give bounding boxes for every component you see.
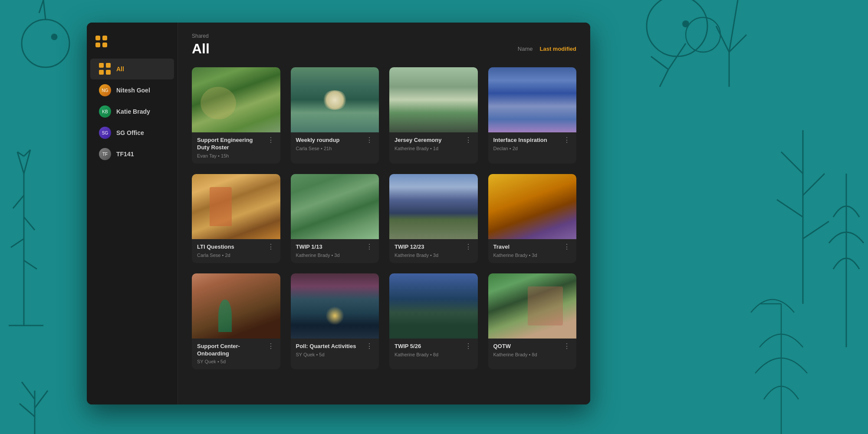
svg-point-8 (647, 0, 707, 56)
card-meta-interface: Declan • 2d (493, 146, 572, 151)
card-title-row: Support Engineering Duty Roster ⋮ (197, 137, 275, 151)
thumbnail-poll (291, 273, 379, 339)
card-travel[interactable]: Travel ⋮ Katherine Brady • 3d (488, 174, 577, 263)
card-qotw[interactable]: QOTW ⋮ Katherine Brady • 8d (488, 273, 577, 370)
app-window: All NG Nitesh Goel KB Katie Brady SG SG … (87, 23, 590, 404)
card-meta-support-center: SY Quek • 5d (197, 359, 275, 364)
card-twip526[interactable]: TWIP 5/26 ⋮ Katherine Brady • 8d (389, 273, 478, 370)
more-button-poll[interactable]: ⋮ (365, 343, 374, 350)
card-body-twip1223: TWIP 12/23 ⋮ Katherine Brady • 3d (389, 239, 478, 263)
sidebar-item-all[interactable]: All (90, 59, 174, 79)
svg-line-6 (651, 56, 668, 69)
card-body-weekly: Weekly roundup ⋮ Carla Sese • 21h (291, 132, 379, 156)
card-lti[interactable]: LTI Questions ⋮ Carla Sese • 2d (192, 174, 280, 263)
more-button-qotw[interactable]: ⋮ (562, 343, 571, 350)
svg-line-18 (43, 0, 46, 20)
card-body-qotw: QOTW ⋮ Katherine Brady • 8d (488, 339, 577, 362)
logo-dot-2 (102, 36, 107, 40)
svg-line-11 (781, 152, 803, 174)
card-title-row: Travel ⋮ (493, 243, 572, 251)
card-meta-weekly: Carla Sese • 21h (296, 146, 374, 151)
card-body-poll: Poll: Quartet Activities ⋮ SY Quek • 5d (291, 339, 379, 362)
sort-name[interactable]: Name (518, 46, 533, 52)
sidebar-item-tf[interactable]: TF TF141 (90, 144, 174, 164)
sidebar-logo (87, 31, 178, 58)
svg-line-32 (35, 391, 48, 408)
card-poll[interactable]: Poll: Quartet Activities ⋮ SY Quek • 5d (291, 273, 379, 370)
more-button-support-center[interactable]: ⋮ (266, 343, 275, 350)
thumbnail-support-duty (192, 67, 280, 132)
card-title-row: TWIP 12/23 ⋮ (395, 243, 473, 251)
avatar-nitesh: NG (99, 84, 111, 96)
card-jersey[interactable]: Jersey Ceremony ⋮ Katherine Brady • 1d (389, 67, 478, 164)
thumbnail-support-center (192, 273, 280, 339)
sidebar-nitesh-label: Nitesh Goel (116, 87, 150, 94)
card-body-support-center: Support Center-Onboarding ⋮ SY Quek • 5d (192, 339, 280, 370)
card-title-twip113: TWIP 1/13 (296, 243, 365, 251)
card-meta-support-duty: Evan Tay • 15h (197, 153, 275, 158)
sidebar-item-katie[interactable]: KB Katie Brady (90, 101, 174, 122)
avatar-katie: KB (99, 105, 111, 118)
card-meta-twip1223: Katherine Brady • 3d (395, 253, 473, 258)
card-meta-twip113: Katherine Brady • 3d (296, 253, 374, 258)
app-logo-icon (95, 36, 108, 48)
card-weekly[interactable]: Weekly roundup ⋮ Carla Sese • 21h (291, 67, 379, 164)
logo-dot-3 (95, 43, 100, 47)
card-body-support-duty: Support Engineering Duty Roster ⋮ Evan T… (192, 132, 280, 164)
svg-line-1 (716, 26, 729, 52)
card-title-row: Poll: Quartet Activities ⋮ (296, 343, 374, 350)
thumbnail-qotw (488, 273, 577, 339)
card-title-travel: Travel (493, 243, 563, 251)
more-button-travel[interactable]: ⋮ (562, 243, 571, 250)
header-shared: Shared (192, 33, 576, 39)
more-button-twip113[interactable]: ⋮ (365, 243, 374, 250)
card-title-support-center: Support Center-Onboarding (197, 343, 266, 358)
all-icon (99, 63, 111, 75)
card-support-duty[interactable]: Support Engineering Duty Roster ⋮ Evan T… (192, 67, 280, 164)
svg-line-13 (777, 200, 803, 217)
card-body-travel: Travel ⋮ Katherine Brady • 3d (488, 239, 577, 263)
sidebar-tf-label: TF141 (116, 151, 134, 158)
svg-point-16 (22, 20, 69, 67)
more-button-support-duty[interactable]: ⋮ (266, 137, 275, 144)
card-twip113[interactable]: TWIP 1/13 ⋮ Katherine Brady • 3d (291, 174, 379, 263)
card-title-row: TWIP 5/26 ⋮ (395, 343, 473, 350)
card-interface[interactable]: Interface Inspiration ⋮ Declan • 2d (488, 67, 577, 164)
sort-last-modified[interactable]: Last modified (539, 46, 576, 52)
thumbnail-weekly (291, 67, 379, 132)
card-body-jersey: Jersey Ceremony ⋮ Katherine Brady • 1d (389, 132, 478, 156)
logo-dot-4 (102, 43, 107, 47)
card-meta-qotw: Katherine Brady • 8d (493, 352, 572, 357)
card-meta-jersey: Katherine Brady • 1d (395, 146, 473, 151)
more-button-jersey[interactable]: ⋮ (464, 137, 473, 144)
thumbnail-lti (192, 174, 280, 239)
more-button-twip1223[interactable]: ⋮ (464, 243, 473, 250)
card-title-row: Weekly roundup ⋮ (296, 137, 374, 144)
card-title-jersey: Jersey Ceremony (395, 137, 464, 144)
card-body-twip526: TWIP 5/26 ⋮ Katherine Brady • 8d (389, 339, 478, 362)
more-button-twip526[interactable]: ⋮ (464, 343, 473, 350)
card-title-poll: Poll: Quartet Activities (296, 343, 365, 350)
header-row: All Name Last modified (192, 41, 576, 57)
sidebar-item-sg[interactable]: SG SG Office (90, 122, 174, 143)
svg-point-17 (52, 34, 57, 39)
card-title-qotw: QOTW (493, 343, 563, 350)
thumbnail-twip113 (291, 174, 379, 239)
card-body-interface: Interface Inspiration ⋮ Declan • 2d (488, 132, 577, 156)
card-support-center[interactable]: Support Center-Onboarding ⋮ SY Quek • 5d (192, 273, 280, 370)
svg-line-12 (803, 174, 825, 195)
thumbnail-jersey (389, 67, 478, 132)
page-title: All (192, 41, 210, 57)
sidebar-item-nitesh[interactable]: NG Nitesh Goel (90, 80, 174, 101)
more-button-interface[interactable]: ⋮ (562, 137, 571, 144)
card-title-row: Jersey Ceremony ⋮ (395, 137, 473, 144)
more-button-lti[interactable]: ⋮ (266, 243, 275, 250)
thumbnail-interface (488, 67, 577, 132)
card-body-lti: LTI Questions ⋮ Carla Sese • 2d (192, 239, 280, 263)
more-button-weekly[interactable]: ⋮ (365, 137, 374, 144)
svg-line-28 (24, 150, 30, 174)
svg-line-5 (668, 43, 686, 69)
logo-dot-1 (95, 36, 100, 40)
card-twip1223[interactable]: TWIP 12/23 ⋮ Katherine Brady • 3d (389, 174, 478, 263)
svg-line-2 (729, 35, 746, 52)
